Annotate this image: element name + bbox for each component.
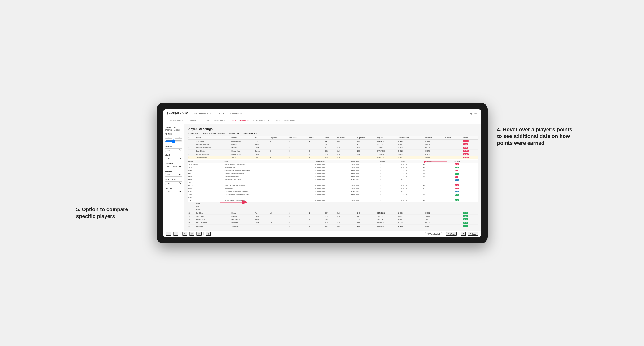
standings-table: # Player School Yr Reg Rank Conf Rank No… bbox=[188, 136, 478, 228]
tablet-screen: SCOREBOARD Powered by clippi TOURNAMENTS… bbox=[163, 109, 481, 237]
col-no-rds: No Rds. bbox=[308, 136, 324, 140]
clock-button[interactable]: ⏱ bbox=[206, 232, 211, 236]
tablet-frame: SCOREBOARD Powered by clippi TOURNAMENTS… bbox=[156, 103, 488, 243]
list-item: Tiger SEC Stroke Play hosted by Jerry Pa… bbox=[188, 193, 478, 196]
share-icon: ↗ bbox=[470, 233, 471, 235]
no-rds-range: – bbox=[165, 136, 182, 139]
tooltip-table: Player Event Event Division Event Type R… bbox=[188, 160, 478, 202]
sign-out-link[interactable]: Sign out bbox=[469, 112, 477, 115]
table-row: 22 Ian Gilligan Florida Third 10 24 1 68… bbox=[188, 211, 478, 214]
table-row: 25 Cole Sherwood Vanderbilt Fourth 12 23… bbox=[188, 221, 478, 224]
tab-player-h2h-heatmap[interactable]: PLAYER H2H HEATMAP bbox=[274, 118, 297, 124]
filter-division-label: Division: NCAA Division I bbox=[203, 132, 225, 134]
watch-icon: 👁 bbox=[448, 233, 449, 235]
watch-button[interactable]: 👁 Watch bbox=[446, 232, 457, 236]
table-row: 4 Luke Clanton Florida State Second 5 27… bbox=[188, 149, 478, 153]
annotation-right: 4. Hover over a player's points to see a… bbox=[497, 126, 578, 147]
table-row: 5 Christo Lamprecht Georgia Tech Fourth … bbox=[188, 153, 478, 156]
view-original-button[interactable]: ◉ View: Original bbox=[425, 232, 442, 235]
table-row: 24 Bastian Amat New Mexico Fourth 1 27 2… bbox=[188, 218, 478, 221]
update-time-value: 27/01/2024 16:56:26 bbox=[165, 129, 182, 131]
sidebar-player: Player (All) bbox=[165, 187, 182, 193]
sidebar-update-time: Update time: 27/01/2024 16:56:26 bbox=[165, 127, 182, 131]
col-vs25: Vs Top 25 bbox=[424, 136, 443, 140]
year-select[interactable]: (All) bbox=[165, 157, 182, 160]
col-overall: Overall Record bbox=[397, 136, 424, 140]
col-yr: Yr bbox=[254, 136, 269, 140]
sidebar-conference: Conference (All) bbox=[165, 179, 182, 185]
copy-button[interactable]: ⧉ bbox=[182, 232, 187, 236]
logo-area: SCOREBOARD Powered by clippi bbox=[167, 111, 188, 116]
table-row: 9 Prest bbox=[188, 208, 478, 211]
nav-tournaments[interactable]: TOURNAMENTS bbox=[194, 112, 212, 115]
paste-button[interactable]: ⊞ bbox=[189, 232, 194, 236]
center-panel: Player Standings Gender: Men Division: N… bbox=[184, 125, 481, 231]
download-button[interactable]: ⬇ bbox=[461, 232, 466, 236]
division-select[interactable]: NCAA Division I bbox=[165, 165, 182, 169]
separator-4 bbox=[458, 232, 459, 235]
nav-committee[interactable]: COMMITTEE bbox=[229, 112, 243, 115]
list-item: David Williams Cup NCAA Division I Strok… bbox=[188, 187, 478, 190]
region-label: Region bbox=[165, 171, 182, 173]
list-item: Phich Amer An Intercollegiate NCAA Divis… bbox=[188, 175, 478, 178]
nav-right: Sign out bbox=[469, 112, 477, 115]
conference-select[interactable]: (All) bbox=[165, 181, 182, 185]
nav-links: TOURNAMENTS TEAMS COMMITTEE bbox=[194, 112, 470, 115]
no-rds-max-input[interactable] bbox=[175, 136, 182, 139]
tab-team-summary[interactable]: TEAM SUMMARY bbox=[167, 118, 183, 124]
list-item: Steve The Cypress Point Classic NCAA Div… bbox=[188, 178, 478, 181]
update-label: Update time: bbox=[165, 127, 182, 129]
col-points: Points bbox=[462, 136, 478, 140]
main-content: Update time: 27/01/2024 16:56:26 No Rds.… bbox=[163, 125, 481, 231]
view-icon: ◉ bbox=[427, 233, 429, 235]
table-row: 26 Petr Hruby Washington Fifth 7 23 0 68… bbox=[188, 224, 478, 228]
col-avg-sg: Avg SG bbox=[376, 136, 397, 140]
sidebar-year: Year (All) bbox=[165, 154, 182, 160]
division-label: Division bbox=[165, 163, 182, 164]
col-adj-score: Adj. Score bbox=[336, 136, 356, 140]
table-row: 23 Jack Lundin Missouri Fourth 11 24 0 6… bbox=[188, 214, 478, 218]
table-row: 1 Wenyi Ding Arizona State First 1 15 1 … bbox=[188, 139, 478, 143]
tab-player-h2h-grid[interactable]: PLAYER H2H GRID bbox=[253, 118, 270, 124]
player-select[interactable]: (All) bbox=[165, 190, 182, 193]
list-item: Jake I bbox=[188, 181, 478, 184]
redo-button[interactable]: ↪ bbox=[173, 232, 178, 236]
undo-button[interactable]: ↩ bbox=[166, 232, 171, 236]
col-to-par: Avg to-Par bbox=[356, 136, 376, 140]
logo-text: SCOREBOARD bbox=[167, 111, 188, 114]
sidebar: Update time: 27/01/2024 16:56:26 No Rds.… bbox=[163, 125, 184, 231]
year-label: Year bbox=[165, 154, 182, 156]
top-nav: SCOREBOARD Powered by clippi TOURNAMENTS… bbox=[163, 109, 481, 118]
gender-select[interactable]: Men bbox=[165, 148, 182, 152]
player-label: Player bbox=[165, 187, 182, 189]
col-vs50: Vs Top 50 bbox=[443, 136, 462, 140]
col-wins: Wins bbox=[324, 136, 336, 140]
sidebar-gender: Gender Men bbox=[165, 146, 182, 152]
col-conf-rank: Conf Rank bbox=[288, 136, 308, 140]
sidebar-division: Division NCAA Division I bbox=[165, 163, 182, 169]
conference-label: Conference bbox=[165, 179, 182, 181]
tab-team-h2h-heatmap[interactable]: TEAM H2H HEATMAP bbox=[206, 118, 226, 124]
region-select[interactable]: N/A bbox=[165, 173, 182, 177]
annotation-left: 5. Option to compare specific players bbox=[76, 206, 147, 220]
list-item: Gordi Wake Forest Invitational at Pinehu… bbox=[188, 169, 478, 172]
view-label: View: Original bbox=[430, 233, 440, 235]
col-reg-rank: Reg Rank bbox=[269, 136, 288, 140]
nav-teams[interactable]: TEAMS bbox=[216, 112, 224, 115]
col-player: Player bbox=[195, 136, 230, 140]
list-item: Bren Southern Highlands Collegiate NCAA … bbox=[188, 172, 478, 175]
logo-sub: Powered by clippi bbox=[167, 114, 188, 116]
gender-label: Gender bbox=[165, 146, 182, 148]
filter-gender-label: Gender: Men bbox=[188, 132, 199, 134]
tab-team-h2h-grid[interactable]: TEAM H2H GRID bbox=[187, 118, 203, 124]
sub-nav: TEAM SUMMARY TEAM H2H GRID TEAM H2H HEAT… bbox=[163, 118, 481, 125]
separator-1 bbox=[180, 232, 180, 235]
tab-player-summary[interactable]: PLAYER SUMMARY bbox=[230, 118, 249, 124]
bottom-toolbar: ↩ ↪ ⧉ ⊞ ⊟ ⏱ ◉ View: Original 👁 Watch bbox=[163, 231, 481, 237]
col-school: School bbox=[230, 136, 254, 140]
share-button[interactable]: ↗ Share bbox=[468, 232, 478, 236]
no-rds-label: No Rds. bbox=[165, 133, 182, 135]
no-rds-min-input[interactable] bbox=[165, 136, 172, 139]
no-rds-slider[interactable] bbox=[165, 139, 182, 143]
table-icon-button[interactable]: ⊟ bbox=[196, 232, 202, 236]
